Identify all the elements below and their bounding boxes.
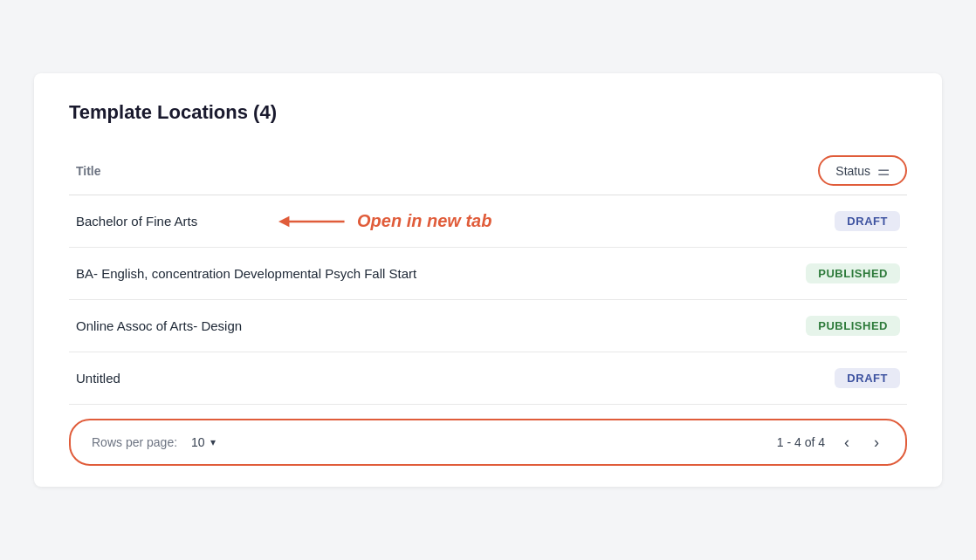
card-title: Template Locations (4)	[69, 101, 907, 124]
annotation-text: Open in new tab	[357, 211, 491, 231]
rows-select[interactable]: 10 ▾	[191, 435, 216, 449]
row-title[interactable]: Untitled	[76, 371, 120, 386]
status-badge: DRAFT	[835, 211, 900, 231]
row-title[interactable]: BA- English, concentration Developmental…	[76, 266, 416, 281]
svg-marker-1	[278, 215, 289, 226]
template-locations-card: Template Locations (4) Title Status ⚌ Ba…	[34, 73, 942, 487]
rows-per-page-section: Rows per page: 10 ▾	[92, 435, 216, 449]
next-page-button[interactable]: ›	[869, 431, 884, 454]
status-filter-button[interactable]: Status ⚌	[818, 155, 907, 186]
annotation-container: Open in new tab	[278, 211, 491, 232]
previous-page-button[interactable]: ‹	[839, 431, 855, 454]
status-badge: PUBLISHED	[806, 316, 900, 336]
column-title-label: Title	[69, 164, 101, 178]
page-info: 1 - 4 of 4	[777, 435, 825, 449]
row-title[interactable]: Online Assoc of Arts- Design	[76, 318, 242, 333]
table-header: Title Status ⚌	[69, 148, 907, 195]
table-row: BA- English, concentration Developmental…	[69, 248, 907, 300]
rows-per-page-label: Rows per page:	[92, 435, 177, 449]
chevron-down-icon[interactable]: ▾	[210, 436, 216, 448]
pagination-right: 1 - 4 of 4 ‹ ›	[777, 431, 884, 454]
rows-per-page-value: 10	[191, 435, 205, 449]
status-filter-label: Status	[835, 164, 870, 178]
row-title[interactable]: Bachelor of Fine Arts	[76, 214, 197, 229]
table-row: Untitled DRAFT	[69, 352, 907, 405]
arrow-annotation	[278, 211, 348, 232]
status-badge: DRAFT	[835, 368, 900, 388]
pagination-bar: Rows per page: 10 ▾ 1 - 4 of 4 ‹ ›	[69, 419, 907, 466]
status-badge: PUBLISHED	[806, 263, 900, 283]
table-row: Online Assoc of Arts- Design PUBLISHED	[69, 300, 907, 352]
table-row: Bachelor of Fine Arts Open in new tab DR…	[69, 195, 907, 248]
filter-icon: ⚌	[877, 162, 890, 179]
